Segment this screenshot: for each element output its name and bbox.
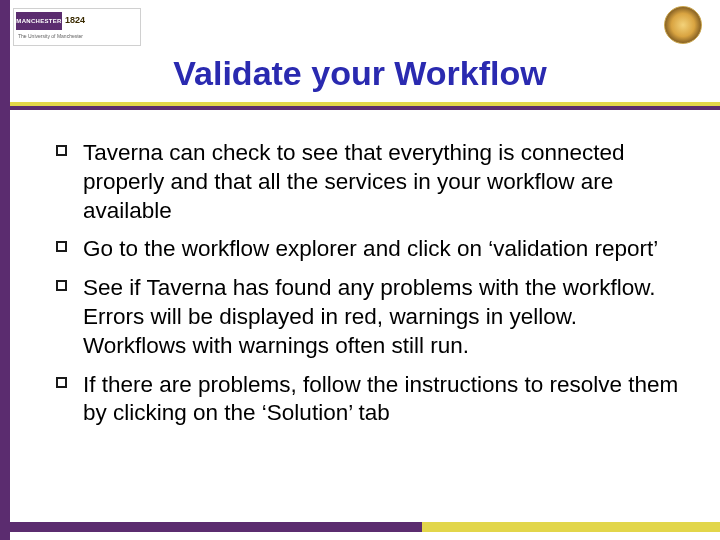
list-item-text: See if Taverna has found any problems wi… — [83, 274, 684, 360]
logo-subtitle: The University of Manchester — [18, 33, 140, 39]
slide-title: Validate your Workflow — [0, 54, 720, 93]
footer-bar-purple — [10, 522, 422, 532]
list-item-text: Go to the workflow explorer and click on… — [83, 235, 658, 264]
logo-top-row: MANCHESTER 1824 — [14, 9, 140, 31]
footer-bar-yellow — [10, 522, 720, 532]
slide: MANCHESTER 1824 The University of Manche… — [0, 0, 720, 540]
list-item: Taverna can check to see that everything… — [56, 139, 684, 225]
logo-badge-text: MANCHESTER — [16, 18, 61, 24]
logo-year: 1824 — [65, 15, 85, 25]
logo-badge: MANCHESTER — [16, 12, 62, 30]
list-item: Go to the workflow explorer and click on… — [56, 235, 684, 264]
university-logo: MANCHESTER 1824 The University of Manche… — [13, 8, 141, 46]
list-item-text: Taverna can check to see that everything… — [83, 139, 684, 225]
bullet-icon — [56, 377, 67, 388]
list-item-text: If there are problems, follow the instru… — [83, 371, 684, 429]
bullet-icon — [56, 241, 67, 252]
list-item: If there are problems, follow the instru… — [56, 371, 684, 429]
content-area: Taverna can check to see that everything… — [56, 135, 684, 438]
list-item: See if Taverna has found any problems wi… — [56, 274, 684, 360]
bullet-icon — [56, 145, 67, 156]
divider-purple — [10, 106, 720, 110]
seal-icon — [664, 6, 702, 44]
bullet-icon — [56, 280, 67, 291]
